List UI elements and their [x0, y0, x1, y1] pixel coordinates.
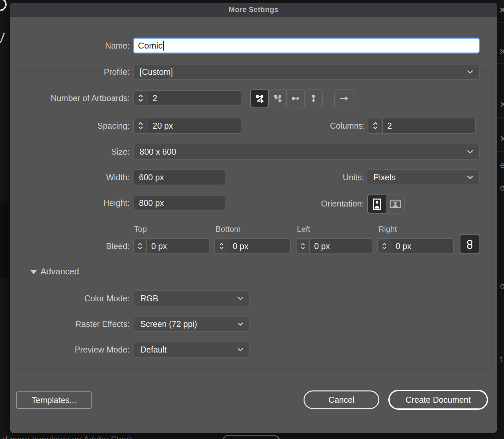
create-document-button[interactable]: Create Document [388, 390, 488, 410]
orientation-landscape-button[interactable] [386, 195, 405, 214]
size-select[interactable]: 800 x 600 [133, 144, 480, 160]
color-mode-select[interactable]: RGB [134, 290, 250, 306]
units-value: Pixels [373, 173, 396, 182]
chevron-down-icon [237, 348, 243, 352]
chevron-down-icon [467, 70, 473, 74]
preview-mode-select[interactable]: Default [134, 342, 250, 358]
columns-label: Columns: [286, 118, 365, 134]
up-down-chevrons-icon [219, 242, 224, 250]
spacing-label: Spacing: [17, 118, 130, 134]
artboards-value: 2 [148, 91, 241, 105]
color-mode-label: Color Mode: [17, 290, 130, 306]
grid-by-row-icon [255, 94, 264, 103]
background-close-icon: ✕ [499, 47, 504, 57]
up-down-chevrons-icon [382, 242, 387, 250]
background-button-fragment [222, 435, 280, 439]
background-text-fragment: e [500, 183, 504, 193]
screen: { "title_bar": { "title": "More Settings… [0, 0, 504, 439]
profile-label: Profile: [17, 64, 130, 80]
columns-value: 2 [383, 118, 475, 133]
dialog-title-bar: More Settings [10, 3, 497, 17]
bleed-top-stepper[interactable]: 0 px [133, 238, 209, 254]
stepper-arrows-icon[interactable] [134, 239, 147, 253]
background-logo-fragment [0, 0, 7, 11]
bleed-bottom-value: 0 px [228, 239, 290, 253]
stepper-arrows-icon[interactable] [215, 239, 228, 253]
advanced-collapse-triangle-icon[interactable] [30, 270, 37, 274]
columns-stepper[interactable]: 2 [368, 118, 476, 134]
background-close-icon: ✕ [500, 100, 504, 109]
profile-value: [Custom] [140, 67, 173, 77]
width-input[interactable]: 600 px [134, 169, 225, 185]
templates-button[interactable]: Templates... [16, 391, 92, 409]
bleed-right-value: 0 px [391, 239, 453, 253]
up-down-chevrons-icon [137, 242, 143, 250]
chevron-down-icon [237, 297, 243, 300]
up-down-chevrons-icon [138, 94, 144, 102]
bleed-left-stepper[interactable]: 0 px [296, 238, 372, 254]
raster-effects-label: Raster Effects: [17, 316, 130, 332]
bleed-right-stepper[interactable]: 0 px [377, 238, 454, 254]
text-caret [163, 41, 164, 51]
name-label: Name: [17, 38, 130, 54]
raster-effects-value: Screen (72 ppi) [140, 319, 197, 329]
stepper-arrows-icon[interactable] [134, 118, 148, 133]
orientation-label: Orientation: [296, 196, 364, 212]
right-to-left-layout-button[interactable] [334, 89, 353, 107]
bleed-left-column-label: Left [297, 224, 363, 234]
background-row-divider [497, 117, 504, 118]
background-text-fragment: e [500, 281, 504, 291]
background-bottom-text-fragment: d more templates on Adobe Stock [3, 434, 132, 439]
landscape-orientation-icon [389, 200, 401, 209]
chevron-down-icon [467, 176, 473, 179]
background-row-divider [497, 151, 504, 152]
raster-effects-select[interactable]: Screen (72 ppi) [134, 316, 250, 332]
stepper-arrows-icon[interactable] [368, 118, 383, 133]
stepper-arrows-icon[interactable] [378, 239, 391, 253]
grid-by-column-button[interactable] [268, 89, 287, 107]
background-glyph-fragment: V [0, 31, 5, 46]
cancel-button[interactable]: Cancel [304, 390, 379, 409]
background-row-divider [497, 22, 504, 23]
advanced-section-header[interactable]: Advanced [41, 266, 79, 277]
width-value: 600 px [139, 173, 164, 182]
bleed-label: Bleed: [17, 238, 130, 254]
stepper-arrows-icon[interactable] [134, 91, 148, 105]
arrange-by-row-button[interactable] [286, 89, 305, 107]
advanced-divider [90, 272, 492, 272]
height-value: 800 px [139, 198, 164, 208]
arrange-by-column-button[interactable] [304, 89, 323, 107]
height-input[interactable]: 800 px [134, 195, 225, 211]
background-text-fragment: t [500, 354, 502, 364]
background-text-fragment: e [500, 160, 504, 170]
bleed-top-value: 0 px [147, 239, 209, 253]
bleed-bottom-column-label: Bottom [215, 224, 282, 234]
background-row-divider [497, 63, 504, 64]
bleed-bottom-stepper[interactable]: 0 px [214, 238, 291, 254]
units-select[interactable]: Pixels [367, 169, 480, 185]
grid-by-row-button[interactable] [250, 89, 269, 107]
height-label: Height: [17, 195, 130, 211]
orientation-portrait-button[interactable] [367, 195, 386, 214]
size-value: 800 x 600 [140, 147, 176, 157]
bleed-link-values-button[interactable] [460, 234, 479, 254]
stepper-arrows-icon[interactable] [297, 239, 310, 253]
artboards-stepper[interactable]: 2 [133, 90, 241, 106]
dialog-title: More Settings [229, 5, 278, 14]
profile-select[interactable]: [Custom] [133, 64, 480, 80]
name-input[interactable]: Comic [133, 38, 480, 54]
spacing-value: 20 px [148, 118, 241, 133]
units-label: Units: [296, 169, 364, 185]
spacing-stepper[interactable]: 20 px [133, 118, 241, 134]
artboards-label: Number of Artboards: [17, 90, 130, 106]
size-label: Size: [17, 144, 130, 160]
chevron-down-icon [467, 150, 473, 154]
right-arrow-icon [339, 94, 349, 103]
up-down-chevrons-icon [372, 121, 378, 130]
chevron-down-icon [237, 322, 243, 326]
grid-by-column-icon [273, 94, 282, 103]
arrange-by-row-icon [291, 94, 300, 103]
up-down-chevrons-icon [300, 242, 306, 250]
color-mode-value: RGB [140, 294, 158, 303]
name-value: Comic [138, 41, 163, 51]
